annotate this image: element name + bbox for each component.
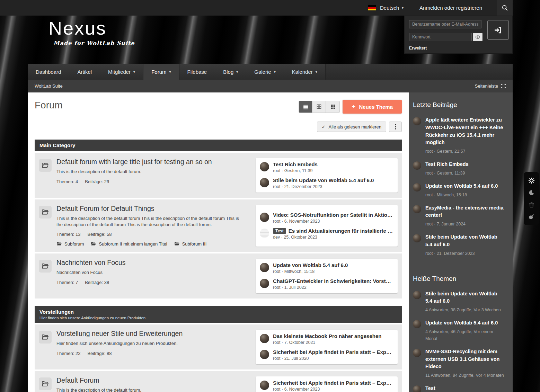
topic-title-link[interactable]: Test Rich Embeds: [273, 161, 318, 167]
avatar[interactable]: [413, 117, 421, 125]
forum-title-link[interactable]: Default Forum: [56, 376, 249, 384]
nav-tab-blog[interactable]: Blog▾: [215, 64, 246, 80]
hot-topic-item[interactable]: NVMe-SSD-Recycling mit dem externen USB …: [413, 348, 504, 379]
more-options-button[interactable]: [389, 122, 402, 132]
site-logo[interactable]: Nexus Made for WoltLab Suite: [48, 19, 135, 46]
password-input[interactable]: [409, 33, 472, 41]
chevron-down-icon: ▾: [316, 70, 317, 74]
hot-topic-item[interactable]: Stile beim Update von Woltlab 5.4 auf 6.…: [413, 290, 504, 314]
debug-bomb-button[interactable]: [525, 211, 538, 222]
nav-tab-artikel[interactable]: Artikel: [69, 64, 100, 80]
main-content: Forum: [28, 92, 409, 392]
recent-post-item[interactable]: Test Rich Embeds root · Gestern, 11:39: [413, 161, 504, 177]
topic-entry: ChatGPT-Entwickler in Schwierigkeiten: V…: [260, 278, 393, 290]
topic-title-link[interactable]: Das kleinste Macbook Pro näher angesehen: [273, 333, 381, 339]
show-password-button[interactable]: [473, 33, 483, 41]
forum-title-link[interactable]: Nachrichten von Focus: [56, 259, 249, 267]
forum-row[interactable]: Default Forum for Default Things This is…: [35, 199, 402, 252]
main-navigation: Dashboard Artikel Mitglieder▾ Forum▾ Fil…: [28, 64, 513, 80]
subforum-link[interactable]: Subforum II mit einem langen Titel: [91, 241, 167, 247]
avatar[interactable]: [260, 213, 269, 222]
category-header[interactable]: Vorstellungen Hier finden sich unsere An…: [35, 306, 402, 323]
category-header[interactable]: Main Category: [35, 140, 402, 151]
forum-title-link[interactable]: Default forum with large title just for …: [56, 158, 249, 166]
topic-meta: root · 6. November 2023: [273, 387, 393, 392]
forum-description: Nachrichten von Focus: [56, 269, 246, 276]
username-input[interactable]: [409, 20, 481, 28]
hot-topic-item[interactable]: Test 4 Antworten, 15 Zugriffe, Vor 2 Mon…: [413, 385, 504, 392]
hot-topic-item[interactable]: Update von Woltlab 5.4 auf 6.0 4 Antwort…: [413, 319, 504, 342]
recent-post-item[interactable]: Stile beim Update von Woltlab 5.4 auf 6.…: [413, 233, 504, 257]
topic-title-link[interactable]: Update von Woltlab 5.4 auf 6.0: [273, 262, 348, 268]
nav-tab-kalender[interactable]: Kalender▾: [284, 64, 326, 80]
avatar[interactable]: [413, 205, 421, 213]
forum-row[interactable]: Default Forum This is the description of…: [35, 371, 402, 392]
login-register-link[interactable]: Anmelden oder registrieren: [419, 5, 482, 11]
topic-title-link[interactable]: ChatGPT-Entwickler in Schwierigkeiten: V…: [273, 278, 393, 284]
gear-icon: [528, 177, 535, 184]
forum-stats: Themen: 7 Beiträge: 38: [56, 280, 249, 285]
topic-title-link[interactable]: TestEs sind Aktualisierungen für install…: [273, 228, 393, 234]
nav-tab-dashboard[interactable]: Dashboard: [28, 64, 69, 80]
forum-title-link[interactable]: Vorstellung neuer Stile und Erweiterunge…: [56, 330, 249, 338]
avatar[interactable]: [413, 385, 421, 392]
sidebar-toggle-button[interactable]: Seitenleiste: [475, 83, 506, 89]
topic-title-link[interactable]: Sicherheit bei Apple findet in Paris sta…: [273, 349, 393, 355]
forum-row[interactable]: Nachrichten von Focus Nachrichten von Fo…: [35, 253, 402, 299]
grid-view-button[interactable]: [312, 101, 326, 113]
forum-page: Deutsch ▾ Anmelden oder registrieren Erw…: [0, 0, 540, 392]
search-icon: [501, 4, 508, 11]
login-submit-button[interactable]: [487, 20, 509, 40]
avatar[interactable]: [260, 263, 269, 272]
mark-all-read-button[interactable]: ✓ Alle als gelesen markieren: [317, 122, 386, 132]
avatar[interactable]: [260, 279, 269, 288]
check-icon: ✓: [322, 124, 326, 130]
avatar[interactable]: [260, 229, 269, 238]
avatar[interactable]: [413, 161, 421, 170]
avatar[interactable]: [413, 291, 421, 299]
recent-post-item[interactable]: Update von Woltlab 5.4 auf 6.0 root · Mi…: [413, 182, 504, 198]
topic-title-link[interactable]: Sicherheit bei Apple findet in Paris sta…: [273, 380, 393, 386]
advanced-login-link[interactable]: Erweitert: [409, 46, 509, 51]
topic-meta: root · 6. November 2023: [273, 219, 392, 224]
avatar[interactable]: [260, 381, 269, 390]
breadcrumb-site-link[interactable]: WoltLab Suite: [35, 83, 63, 89]
topic-title-link[interactable]: Video: SOS-Notruffunktion per Satellit i…: [273, 212, 392, 218]
avatar[interactable]: [413, 234, 421, 242]
language-selector[interactable]: Deutsch ▾: [368, 5, 404, 11]
forum-row[interactable]: Vorstellung neuer Stile und Erweiterunge…: [35, 324, 402, 369]
avatar[interactable]: [260, 178, 269, 187]
avatar[interactable]: [413, 349, 421, 357]
clear-cache-button[interactable]: [525, 199, 538, 210]
list-view-button[interactable]: [299, 101, 312, 113]
nav-tab-forum[interactable]: Forum▾: [143, 64, 179, 80]
topic-meta: root · Gestern, 11:39: [273, 168, 318, 173]
latest-topics-card: Video: SOS-Notruffunktion per Satellit i…: [256, 205, 398, 247]
avatar[interactable]: [260, 162, 269, 171]
topic-meta: root · 21. Dezember 2023: [273, 184, 374, 189]
view-mode-group: [299, 101, 340, 113]
recent-post-item[interactable]: EasyMedia - the extensive media center! …: [413, 204, 504, 228]
avatar[interactable]: [260, 334, 269, 343]
new-topic-button[interactable]: + Neues Thema: [343, 100, 402, 114]
recent-post-item[interactable]: Apple lädt weitere Entwickler zu WWDC-Li…: [413, 116, 504, 155]
nav-tab-galerie[interactable]: Galerie▾: [246, 64, 284, 80]
compact-grid-view-button[interactable]: [326, 101, 339, 113]
avatar[interactable]: [413, 320, 421, 328]
topic-meta: dev · 25. Oktober 2023: [273, 235, 393, 240]
folder-open-icon: [39, 377, 52, 390]
subforum-link[interactable]: Subforum III: [174, 241, 207, 247]
forum-row[interactable]: Default forum with large title just for …: [35, 153, 402, 198]
avatar[interactable]: [413, 183, 421, 191]
subforum-link[interactable]: Subforum: [56, 241, 84, 247]
nav-tab-mitglieder[interactable]: Mitglieder▾: [100, 64, 143, 80]
dark-mode-button[interactable]: [525, 187, 538, 198]
logo-tagline: Made for WoltLab Suite: [53, 40, 135, 46]
folder-open-icon: [91, 242, 96, 247]
forum-title-link[interactable]: Default Forum for Default Things: [56, 205, 249, 213]
style-settings-button[interactable]: [525, 175, 538, 186]
nav-tab-filebase[interactable]: Filebase: [179, 64, 215, 80]
avatar[interactable]: [260, 350, 269, 359]
search-button[interactable]: [497, 0, 513, 16]
topic-title-link[interactable]: Stile beim Update von Woltlab 5.4 auf 6.…: [273, 177, 374, 183]
